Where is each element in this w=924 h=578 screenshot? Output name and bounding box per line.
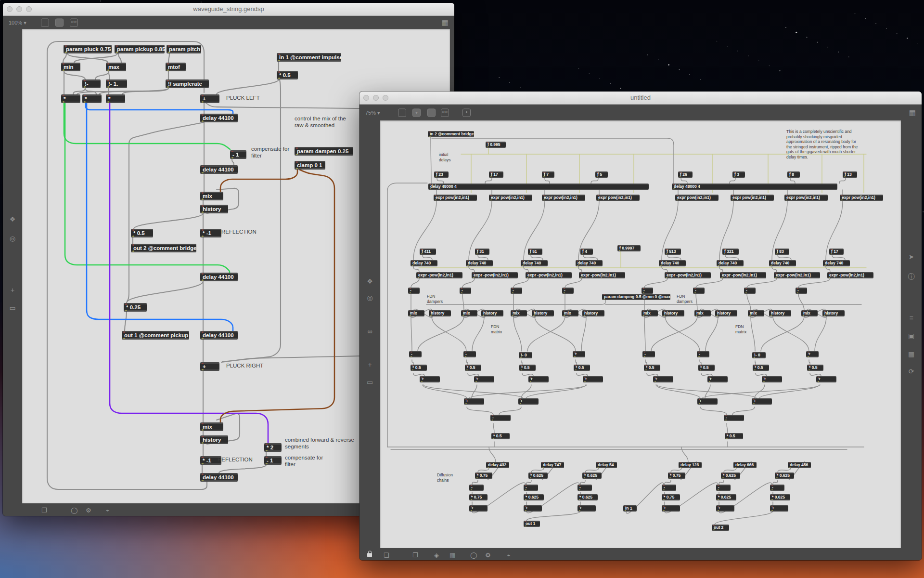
patch-box[interactable]: f 0.995 xyxy=(486,142,506,148)
patch-box[interactable]: out 1 @comment pickup xyxy=(122,331,189,340)
patch-box[interactable]: * 0.5 xyxy=(698,365,715,371)
patch-box[interactable]: in 1 @comment impulse xyxy=(277,53,341,62)
patch-box[interactable]: - xyxy=(642,288,653,294)
compile-icon[interactable]: ◆ xyxy=(462,109,471,117)
comment-icon[interactable]: ▭ xyxy=(9,304,15,312)
patch-box[interactable]: + xyxy=(578,505,596,512)
patch-box[interactable]: clamp 0 1 xyxy=(295,161,325,170)
patch-box[interactable]: * xyxy=(61,94,80,103)
patch-box[interactable]: delay 44100 xyxy=(200,273,238,281)
patch-box[interactable]: expr pow(in2,in1) xyxy=(542,195,585,201)
patch-box[interactable]: delay 747 xyxy=(541,462,564,468)
patch-box[interactable]: + xyxy=(716,505,734,512)
patch-box[interactable]: + xyxy=(200,362,219,371)
patch-box[interactable]: mix xyxy=(461,310,477,316)
patch-box[interactable]: * 0.5 xyxy=(753,365,769,371)
patch-box[interactable]: expr -pow(in2,in1) xyxy=(579,272,625,278)
patch-box[interactable]: mix xyxy=(200,422,223,431)
patch-box[interactable]: + xyxy=(806,351,819,357)
patch-box[interactable]: history xyxy=(532,310,554,316)
patch-box[interactable]: expr pow(in2,in1) xyxy=(840,195,883,201)
patch-box[interactable]: - xyxy=(463,351,476,357)
audio-icon[interactable]: ◈ xyxy=(434,551,439,558)
patch-box[interactable]: + xyxy=(762,376,782,382)
inspector-icon[interactable]: ◎ xyxy=(367,294,372,302)
new-object-icon[interactable]: ❏ xyxy=(384,551,389,558)
patch-box[interactable]: history xyxy=(200,205,228,213)
patch-box[interactable]: param pickup 0.85 xyxy=(115,45,165,53)
patch-box[interactable]: expr -pow(in2,in1) xyxy=(774,272,820,278)
patch-box[interactable]: mix xyxy=(801,310,818,316)
patch-box[interactable]: delay 740 xyxy=(521,260,548,266)
patch-box[interactable]: history xyxy=(200,435,228,444)
patch-box[interactable]: mix xyxy=(511,310,527,316)
patch-box[interactable]: - xyxy=(469,485,484,491)
patch-box[interactable]: delay 740 xyxy=(823,260,850,266)
patch-box[interactable]: f 321 xyxy=(722,249,739,255)
patch-box[interactable]: + xyxy=(583,376,603,382)
patch-box[interactable]: history xyxy=(822,310,845,316)
patch-box[interactable]: + xyxy=(697,398,718,405)
patch-box[interactable]: expr pow(in2,in1) xyxy=(731,195,774,201)
patch-box[interactable]: expr -pow(in2,in1) xyxy=(827,272,873,278)
patch-box[interactable]: param dampen 0.25 xyxy=(295,147,353,156)
circle-icon[interactable]: ◯ xyxy=(71,507,78,514)
patch-box[interactable]: - xyxy=(716,485,731,491)
code-icon[interactable]: co de xyxy=(70,19,78,27)
patch-box[interactable]: param damping 0.5 @min 0 @max 1 xyxy=(602,294,670,300)
cursor-icon[interactable]: ➤ xyxy=(909,253,914,261)
patch-box[interactable]: f 8 xyxy=(787,171,800,178)
window-untitled[interactable]: untitled 75% ▾ ▦ ▾co de◆ ❖◎∞+▭ ➤ⓘ≡▣▦⟳ in… xyxy=(359,92,922,560)
patch-box[interactable]: expr pow(in2,in1) xyxy=(784,195,828,201)
patch-box[interactable]: expr -pow(in2,in1) xyxy=(665,272,711,278)
object-explorer-icon[interactable]: ❖ xyxy=(10,215,16,223)
patch-box[interactable]: * 0.75 xyxy=(469,494,488,500)
patch-box[interactable]: mix xyxy=(694,310,711,316)
patch-box[interactable]: expr -pow(in2,in1) xyxy=(416,272,462,278)
patch-box[interactable]: * 0.5 xyxy=(725,433,743,439)
patch-box[interactable]: - xyxy=(724,415,744,421)
patch-box[interactable]: f 3 xyxy=(732,171,745,178)
add-object-icon[interactable]: + xyxy=(11,286,14,294)
duplicate-icon[interactable]: ❐ xyxy=(41,507,47,514)
patch-box[interactable]: * xyxy=(106,94,125,103)
patch-box[interactable]: - xyxy=(562,288,574,294)
patch-box[interactable]: delay 740 xyxy=(411,260,437,266)
patch-box[interactable]: - xyxy=(524,485,538,491)
patch-box[interactable]: !- xyxy=(82,79,101,88)
titlebar[interactable]: untitled xyxy=(359,92,922,105)
patch-box[interactable]: f 411 xyxy=(420,249,436,255)
patch-box[interactable]: - 1 xyxy=(264,456,282,465)
patch-box[interactable]: - xyxy=(642,351,655,357)
patch-box[interactable]: delay 740 xyxy=(717,260,744,266)
patch-box[interactable]: history xyxy=(715,310,737,316)
patch-box[interactable]: f 5 xyxy=(595,171,608,178)
patch-box[interactable]: mtof xyxy=(166,63,186,71)
patch-box[interactable]: + xyxy=(528,376,549,382)
patch-box[interactable]: * 0.75 xyxy=(668,473,685,479)
patch-box[interactable]: mix xyxy=(200,192,223,200)
patch-box[interactable]: !- 0 xyxy=(752,352,766,358)
patch-box[interactable]: param pluck 0.75 xyxy=(64,45,112,53)
patch-box[interactable]: history xyxy=(769,310,791,316)
patch-box[interactable]: - xyxy=(662,485,676,491)
settings-icon[interactable]: ⚙ xyxy=(485,551,491,558)
patch-box[interactable]: delay 44100 xyxy=(200,165,238,174)
patch-box[interactable]: out 2 xyxy=(712,525,729,531)
patch-box[interactable]: * 2 xyxy=(264,443,282,452)
grid-icon[interactable]: ▦ xyxy=(442,18,449,27)
patch-box[interactable]: delay 48000 4 xyxy=(672,184,837,190)
patch-box[interactable]: + xyxy=(474,376,494,382)
object-explorer-icon[interactable]: ❖ xyxy=(367,277,373,285)
patch-box[interactable]: * -1 xyxy=(200,229,221,237)
patch-box[interactable]: param pitch xyxy=(167,45,201,53)
patch-box[interactable]: delay 740 xyxy=(769,260,796,266)
patch-box[interactable]: * 0.5 xyxy=(519,365,536,371)
patch-box[interactable]: - xyxy=(697,351,709,357)
duplicate-icon[interactable]: ❐ xyxy=(412,551,418,558)
patch-box[interactable]: expr pow(in2,in1) xyxy=(489,195,532,201)
patch-box[interactable]: - xyxy=(490,415,511,421)
patch-box[interactable]: expr -pow(in2,in1) xyxy=(472,272,518,278)
patch-box[interactable]: * 0.75 xyxy=(475,473,492,479)
patch-box[interactable]: + xyxy=(518,398,539,405)
